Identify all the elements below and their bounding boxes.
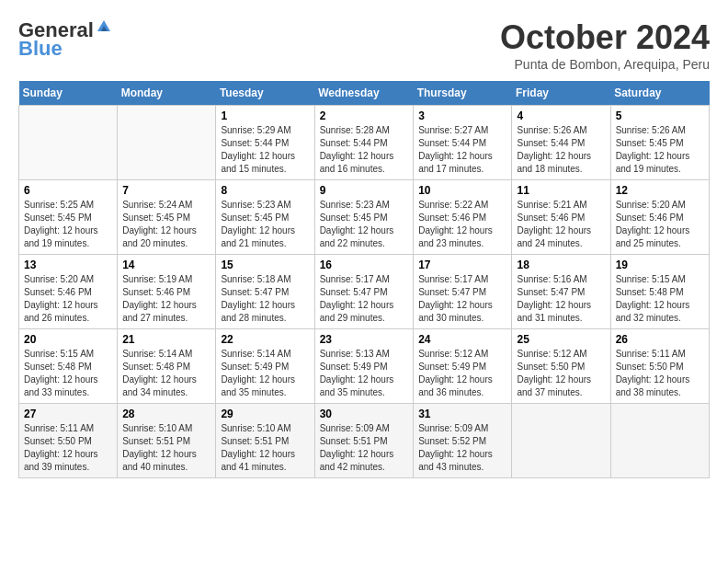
day-number: 24	[418, 333, 506, 346]
day-info: Sunrise: 5:15 AMSunset: 5:48 PMDaylight:…	[616, 274, 690, 323]
day-info: Sunrise: 5:28 AMSunset: 5:44 PMDaylight:…	[320, 125, 394, 174]
day-number: 16	[320, 259, 409, 271]
calendar-cell: 13 Sunrise: 5:20 AMSunset: 5:46 PMDaylig…	[19, 255, 118, 329]
calendar-cell	[19, 106, 118, 180]
day-info: Sunrise: 5:27 AMSunset: 5:44 PMDaylight:…	[418, 125, 493, 174]
day-info: Sunrise: 5:12 AMSunset: 5:50 PMDaylight:…	[517, 349, 591, 397]
day-info: Sunrise: 5:24 AMSunset: 5:45 PMDaylight:…	[122, 200, 197, 248]
calendar-cell: 29 Sunrise: 5:10 AMSunset: 5:51 PMDaylig…	[216, 404, 314, 478]
calendar-week-1: 1 Sunrise: 5:29 AMSunset: 5:44 PMDayligh…	[19, 106, 710, 180]
day-info: Sunrise: 5:10 AMSunset: 5:51 PMDaylight:…	[221, 423, 295, 472]
calendar-cell: 5 Sunrise: 5:26 AMSunset: 5:45 PMDayligh…	[610, 106, 709, 180]
day-info: Sunrise: 5:19 AMSunset: 5:46 PMDaylight:…	[122, 274, 197, 323]
day-info: Sunrise: 5:29 AMSunset: 5:44 PMDaylight:…	[221, 125, 295, 174]
day-info: Sunrise: 5:09 AMSunset: 5:51 PMDaylight:…	[320, 423, 394, 472]
day-number: 4	[517, 109, 605, 122]
logo-icon	[96, 18, 112, 35]
day-info: Sunrise: 5:25 AMSunset: 5:45 PMDaylight:…	[24, 200, 98, 248]
day-number: 8	[221, 184, 309, 197]
day-info: Sunrise: 5:11 AMSunset: 5:50 PMDaylight:…	[616, 349, 690, 397]
month-title: October 2024	[500, 18, 710, 57]
logo-text-blue: Blue	[18, 37, 63, 61]
day-number: 23	[320, 333, 409, 346]
title-block: October 2024 Punta de Bombon, Arequipa, …	[500, 18, 710, 72]
day-number: 13	[24, 259, 112, 271]
column-header-wednesday: Wednesday	[314, 81, 414, 106]
calendar-cell	[610, 404, 709, 478]
day-number: 19	[616, 259, 704, 271]
day-info: Sunrise: 5:11 AMSunset: 5:50 PMDaylight:…	[24, 423, 98, 472]
calendar-week-5: 27 Sunrise: 5:11 AMSunset: 5:50 PMDaylig…	[19, 404, 710, 478]
page-header: General Blue October 2024 Punta de Bombo…	[18, 18, 710, 72]
day-info: Sunrise: 5:23 AMSunset: 5:45 PMDaylight:…	[320, 200, 394, 248]
day-number: 14	[122, 259, 210, 271]
day-info: Sunrise: 5:26 AMSunset: 5:44 PMDaylight:…	[517, 125, 591, 174]
calendar-cell: 7 Sunrise: 5:24 AMSunset: 5:45 PMDayligh…	[118, 180, 216, 255]
day-number: 5	[616, 109, 704, 122]
location-text: Punta de Bombon, Arequipa, Peru	[500, 57, 710, 72]
calendar-cell: 20 Sunrise: 5:15 AMSunset: 5:48 PMDaylig…	[19, 329, 118, 404]
day-info: Sunrise: 5:18 AMSunset: 5:47 PMDaylight:…	[221, 274, 295, 323]
logo: General Blue	[18, 18, 112, 61]
day-info: Sunrise: 5:16 AMSunset: 5:47 PMDaylight:…	[517, 274, 591, 323]
calendar-cell: 28 Sunrise: 5:10 AMSunset: 5:51 PMDaylig…	[118, 404, 216, 478]
day-info: Sunrise: 5:15 AMSunset: 5:48 PMDaylight:…	[24, 349, 98, 397]
calendar-cell: 12 Sunrise: 5:20 AMSunset: 5:46 PMDaylig…	[610, 180, 709, 255]
calendar-week-3: 13 Sunrise: 5:20 AMSunset: 5:46 PMDaylig…	[19, 255, 710, 329]
day-number: 20	[24, 333, 112, 346]
day-number: 31	[418, 408, 506, 420]
calendar-cell: 3 Sunrise: 5:27 AMSunset: 5:44 PMDayligh…	[414, 106, 512, 180]
day-number: 12	[616, 184, 704, 197]
column-header-saturday: Saturday	[610, 81, 709, 106]
calendar-cell: 19 Sunrise: 5:15 AMSunset: 5:48 PMDaylig…	[610, 255, 709, 329]
calendar-cell: 8 Sunrise: 5:23 AMSunset: 5:45 PMDayligh…	[216, 180, 314, 255]
day-number: 27	[24, 408, 112, 420]
calendar-cell: 9 Sunrise: 5:23 AMSunset: 5:45 PMDayligh…	[314, 180, 414, 255]
calendar-cell	[512, 404, 610, 478]
day-number: 28	[122, 408, 210, 420]
calendar-cell: 26 Sunrise: 5:11 AMSunset: 5:50 PMDaylig…	[610, 329, 709, 404]
day-number: 25	[517, 333, 605, 346]
calendar-cell: 23 Sunrise: 5:13 AMSunset: 5:49 PMDaylig…	[314, 329, 414, 404]
calendar-cell: 2 Sunrise: 5:28 AMSunset: 5:44 PMDayligh…	[314, 106, 414, 180]
day-info: Sunrise: 5:14 AMSunset: 5:49 PMDaylight:…	[221, 349, 295, 397]
calendar-cell: 1 Sunrise: 5:29 AMSunset: 5:44 PMDayligh…	[216, 106, 314, 180]
day-number: 18	[517, 259, 605, 271]
day-info: Sunrise: 5:20 AMSunset: 5:46 PMDaylight:…	[24, 274, 98, 323]
day-info: Sunrise: 5:22 AMSunset: 5:46 PMDaylight:…	[418, 200, 493, 248]
day-number: 6	[24, 184, 112, 197]
calendar-cell: 11 Sunrise: 5:21 AMSunset: 5:46 PMDaylig…	[512, 180, 610, 255]
calendar-cell: 17 Sunrise: 5:17 AMSunset: 5:47 PMDaylig…	[414, 255, 512, 329]
calendar-cell: 21 Sunrise: 5:14 AMSunset: 5:48 PMDaylig…	[118, 329, 216, 404]
calendar-cell: 30 Sunrise: 5:09 AMSunset: 5:51 PMDaylig…	[314, 404, 414, 478]
calendar-cell: 25 Sunrise: 5:12 AMSunset: 5:50 PMDaylig…	[512, 329, 610, 404]
day-number: 22	[221, 333, 309, 346]
calendar-week-2: 6 Sunrise: 5:25 AMSunset: 5:45 PMDayligh…	[19, 180, 710, 255]
calendar-cell	[118, 106, 216, 180]
day-info: Sunrise: 5:13 AMSunset: 5:49 PMDaylight:…	[320, 349, 394, 397]
day-info: Sunrise: 5:17 AMSunset: 5:47 PMDaylight:…	[418, 274, 493, 323]
calendar-cell: 31 Sunrise: 5:09 AMSunset: 5:52 PMDaylig…	[414, 404, 512, 478]
day-info: Sunrise: 5:20 AMSunset: 5:46 PMDaylight:…	[616, 200, 690, 248]
day-number: 3	[418, 109, 506, 122]
day-number: 26	[616, 333, 704, 346]
day-number: 2	[320, 109, 409, 122]
day-number: 21	[122, 333, 210, 346]
calendar-week-4: 20 Sunrise: 5:15 AMSunset: 5:48 PMDaylig…	[19, 329, 710, 404]
calendar-cell: 6 Sunrise: 5:25 AMSunset: 5:45 PMDayligh…	[19, 180, 118, 255]
day-info: Sunrise: 5:26 AMSunset: 5:45 PMDaylight:…	[616, 125, 690, 174]
day-info: Sunrise: 5:14 AMSunset: 5:48 PMDaylight:…	[122, 349, 197, 397]
column-header-monday: Monday	[118, 81, 216, 106]
column-header-tuesday: Tuesday	[216, 81, 314, 106]
day-info: Sunrise: 5:21 AMSunset: 5:46 PMDaylight:…	[517, 200, 591, 248]
day-number: 15	[221, 259, 309, 271]
calendar-cell: 14 Sunrise: 5:19 AMSunset: 5:46 PMDaylig…	[118, 255, 216, 329]
calendar-cell: 16 Sunrise: 5:17 AMSunset: 5:47 PMDaylig…	[314, 255, 414, 329]
day-number: 30	[320, 408, 409, 420]
day-number: 9	[320, 184, 409, 197]
day-info: Sunrise: 5:09 AMSunset: 5:52 PMDaylight:…	[418, 423, 493, 472]
calendar-cell: 18 Sunrise: 5:16 AMSunset: 5:47 PMDaylig…	[512, 255, 610, 329]
column-header-sunday: Sunday	[19, 81, 118, 106]
day-number: 7	[122, 184, 210, 197]
day-number: 29	[221, 408, 309, 420]
